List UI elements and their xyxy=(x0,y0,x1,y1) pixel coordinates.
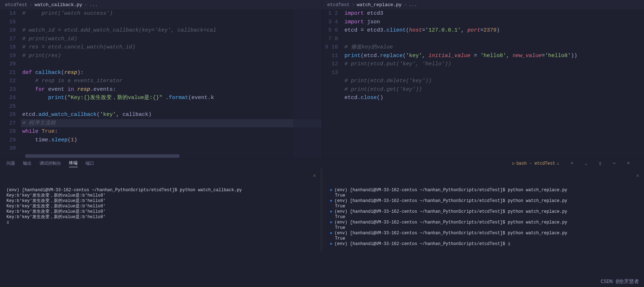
shell-label[interactable]: bash - etcdTest xyxy=(516,161,555,166)
crumb[interactable]: ... xyxy=(409,2,417,8)
warning-icon[interactable]: ⚠ xyxy=(636,173,639,178)
watermark: CSDN @拾牙慧者 xyxy=(601,278,639,285)
code-area-right[interactable]: 1 2 3 4 5 6 7 8 9 10 11 12 13 import etc… xyxy=(322,9,644,158)
warning-icon[interactable]: ⚠ xyxy=(313,173,316,178)
terminal-right[interactable]: ⚠ ●(env) [hanhandi@VM-33-162-centos ~/ha… xyxy=(323,169,644,251)
editor-left: etcdTest› watch_callback.py› ... 14 15 1… xyxy=(0,0,322,158)
tab-ports[interactable]: 端口 xyxy=(85,160,94,166)
editor-right: etcdTest› watch_replace.py› ... 1 2 3 4 … xyxy=(322,0,644,158)
horizontal-scrollbar[interactable] xyxy=(25,154,180,158)
crumb[interactable]: watch_callback.py xyxy=(34,2,82,8)
chevron-down-icon[interactable]: ⌄ xyxy=(585,161,587,166)
tab-debug-console[interactable]: 调试控制台 xyxy=(40,160,61,166)
crumb[interactable]: ... xyxy=(89,2,98,8)
warning-icon[interactable]: ⚠ xyxy=(557,161,559,166)
gutter: 14 15 16 17 18 19 20 21 22 23 24 25 26 2… xyxy=(0,9,22,158)
terminal-toolbar: ▷ bash - etcdTest ⚠ + ⌄ ▯ ⋯ × xyxy=(512,161,638,166)
close-panel-icon[interactable]: × xyxy=(627,161,630,166)
tab-problems[interactable]: 问题 xyxy=(6,160,15,166)
crumb[interactable]: etcdTest xyxy=(327,2,349,8)
terminal-split: ⚠ (env) [hanhandi@VM-33-162-centos ~/han… xyxy=(0,169,644,251)
crumb[interactable]: etcdTest xyxy=(5,2,27,8)
tab-output[interactable]: 输出 xyxy=(23,160,32,166)
code-area-left[interactable]: 14 15 16 17 18 19 20 21 22 23 24 25 26 2… xyxy=(0,9,322,158)
crumb[interactable]: watch_replace.py xyxy=(357,2,402,8)
gutter: 1 2 3 4 5 6 7 8 9 10 11 12 13 xyxy=(322,9,344,158)
breadcrumb-left[interactable]: etcdTest› watch_callback.py› ... xyxy=(0,0,322,9)
debug-icon[interactable]: ▷ xyxy=(512,161,515,166)
breadcrumb-right[interactable]: etcdTest› watch_replace.py› ... xyxy=(322,0,644,9)
add-terminal-icon[interactable]: + xyxy=(571,161,573,166)
code[interactable]: # print('watch success') # watch_id = et… xyxy=(22,9,322,158)
tab-terminal[interactable]: 终端 xyxy=(69,160,78,167)
more-icon[interactable]: ⋯ xyxy=(613,161,616,166)
split-terminal-icon[interactable]: ▯ xyxy=(599,161,601,166)
panel-tabs: 问题 输出 调试控制台 终端 端口 ▷ bash - etcdTest ⚠ + … xyxy=(0,158,644,169)
terminal-left[interactable]: ⚠ (env) [hanhandi@VM-33-162-centos ~/han… xyxy=(0,169,321,251)
code[interactable]: import etcd3import jsonetcd = etcd3.clie… xyxy=(344,9,644,158)
minimap[interactable] xyxy=(293,9,322,158)
